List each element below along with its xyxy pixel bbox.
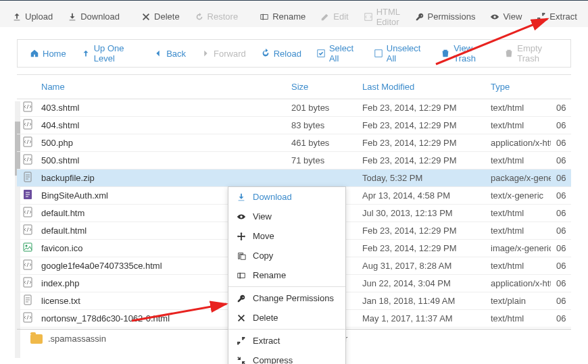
ctx-download-label: Download [253,192,292,202]
view-icon [490,12,499,22]
up-one-level-button[interactable]: Up One Level [74,39,145,68]
view-trash-label: View Trash [454,43,489,63]
empty-trash-button[interactable]: Empty Trash [497,39,565,68]
trash-icon [441,49,450,58]
ctx-copy-label: Copy [253,251,273,261]
delete-icon [237,313,246,323]
ctx-view[interactable]: View [228,207,345,226]
file-type: text/html [485,118,551,133]
reload-label: Reload [274,49,301,59]
html-editor-button[interactable]: HTML Editor [357,3,407,31]
download-button[interactable]: Download [61,7,126,26]
file-icon [17,222,36,240]
table-row[interactable]: 403.shtml201 bytesFeb 23, 2014, 12:29 PM… [17,99,571,117]
permissions-button[interactable]: Permissions [408,7,483,26]
file-modified: Today, 5:32 PM [357,170,485,186]
file-icon [17,116,36,134]
edit-button[interactable]: Edit [314,7,355,26]
unselect-all-button[interactable]: Unselect All [367,39,431,68]
ctx-delete[interactable]: Delete [228,308,345,328]
home-label: Home [43,49,66,59]
file-modified: Jun 22, 2014, 3:04 PM [357,276,485,291]
file-type: text/html [485,223,551,238]
file-type: text/plain [485,293,551,309]
forward-button[interactable]: Forward [194,45,253,63]
ctx-move[interactable]: Move [228,226,345,246]
ctx-delete-label: Delete [253,313,278,323]
table-row[interactable]: backupfile.zipToday, 5:32 PMpackage/x-ge… [17,170,571,187]
file-modified: Feb 23, 2014, 12:29 PM [357,153,485,168]
main-toolbar: Upload Download Delete Restore Rename Ed… [0,0,588,27]
col-name[interactable]: Name [36,75,286,99]
file-type: text/html [485,100,551,115]
edit-label: Edit [333,11,348,22]
col-icon [17,75,36,99]
svg-point-9 [26,245,28,247]
file-perms: 06 [551,276,571,291]
html-editor-label: HTML Editor [376,7,400,27]
file-type: text/html [485,205,551,221]
ctx-change-permissions[interactable]: Change Permissions [228,288,345,308]
move-icon [237,232,246,241]
select-all-button[interactable]: Select All [310,39,366,68]
file-perms: 06 [551,188,571,203]
unselect-all-label: Unselect All [387,43,424,63]
ctx-extract[interactable]: Extract [228,331,345,350]
col-size[interactable]: Size [286,75,357,99]
upload-icon [12,12,22,22]
table-row[interactable]: 500.php461 bytesFeb 23, 2014, 12:29 PMap… [17,134,571,152]
permissions-icon [415,12,424,22]
ctx-rename[interactable]: Rename [228,265,345,285]
ctx-copy[interactable]: Copy [228,246,345,265]
extract-label: Extract [549,11,577,22]
col-modified[interactable]: Last Modified [357,75,485,99]
ctx-download[interactable]: Download [228,187,345,207]
back-button[interactable]: Back [147,45,193,63]
extract-icon [237,336,246,346]
home-button[interactable]: Home [23,45,73,63]
upload-button[interactable]: Upload [5,7,59,26]
file-icon [17,151,36,170]
forward-icon [201,49,210,58]
select-all-label: Select All [329,43,359,63]
reload-button[interactable]: Reload [254,45,308,63]
file-icon [17,292,36,310]
back-label: Back [166,49,186,59]
file-perms: 06 [551,100,571,115]
file-modified: Feb 23, 2014, 12:29 PM [357,223,485,238]
col-type[interactable]: Type [485,75,551,99]
edit-icon [320,12,330,22]
file-perms: 06 [551,153,571,168]
table-row[interactable]: 500.shtml71 bytesFeb 23, 2014, 12:29 PMt… [17,152,571,170]
rename-button[interactable]: Rename [253,7,312,26]
view-trash-button[interactable]: View Trash [434,39,496,68]
forward-label: Forward [214,49,246,59]
view-button[interactable]: View [483,7,529,26]
file-type: text/html [485,258,551,274]
file-size [286,176,357,181]
table-row[interactable]: 404.shtml83 bytesFeb 23, 2014, 12:29 PMt… [17,117,571,134]
file-name: backupfile.zip [36,170,286,186]
file-name: 404.shtml [36,118,286,133]
key-icon [237,294,246,303]
context-menu: Download View Move Copy Rename Change Pe… [228,186,346,364]
delete-button[interactable]: Delete [134,7,187,26]
ctx-rename-label: Rename [253,270,286,280]
view-label: View [503,11,522,22]
navigation-toolbar: Home Up One Level Back Forward Reload Se… [17,39,571,68]
file-type: text/html [485,153,551,168]
file-perms: 06 [551,293,571,309]
restore-icon [195,12,204,22]
extract-button[interactable]: Extract [530,7,583,26]
table-header: Name Size Last Modified Type [17,75,571,99]
file-icon [17,186,36,205]
restore-button[interactable]: Restore [188,7,245,26]
ctx-compress-label: Compress [253,355,293,364]
file-modified: Feb 23, 2014, 12:29 PM [357,240,485,256]
file-perms: 06 [551,205,571,221]
html-editor-icon [364,12,373,22]
file-perms: 06 [551,223,571,238]
rename-icon [237,271,246,280]
file-size: 201 bytes [286,100,357,115]
ctx-compress[interactable]: Compress [228,350,345,364]
